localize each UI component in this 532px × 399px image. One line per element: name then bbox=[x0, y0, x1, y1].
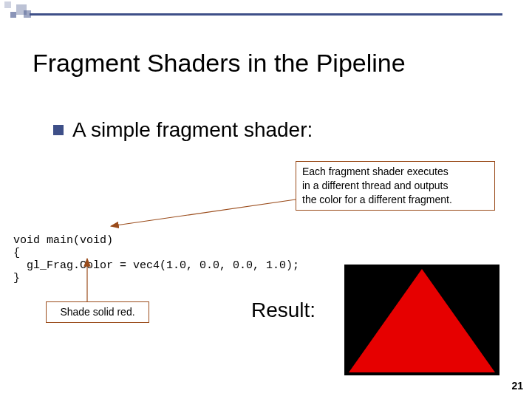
page-number: 21 bbox=[511, 380, 523, 392]
result-image bbox=[344, 265, 499, 375]
red-triangle-icon bbox=[344, 265, 499, 375]
bullet-text: A simple fragment shader: bbox=[72, 118, 313, 141]
callout-line: Each fragment shader executes bbox=[302, 165, 488, 179]
callout-shade: Shade solid red. bbox=[46, 301, 149, 323]
code-line: gl_Frag.Color = vec4(1.0, 0.0, 0.0, 1.0)… bbox=[13, 259, 299, 272]
bullet-item: A simple fragment shader: bbox=[53, 118, 313, 142]
callout-thread: Each fragment shader executes in a diffe… bbox=[296, 161, 495, 211]
code-line: void main(void) bbox=[13, 234, 113, 247]
code-line: } bbox=[13, 272, 20, 284]
bullet-marker-icon bbox=[53, 125, 64, 135]
callout-line: in a different thread and outputs bbox=[302, 179, 488, 193]
code-line: { bbox=[13, 247, 20, 259]
code-block: void main(void) { gl_Frag.Color = vec4(1… bbox=[13, 222, 299, 284]
callout-text: Shade solid red. bbox=[60, 306, 134, 318]
result-label: Result: bbox=[251, 299, 316, 322]
slide-title: Fragment Shaders in the Pipeline bbox=[33, 49, 406, 78]
callout-line: the color for a different fragment. bbox=[302, 193, 488, 207]
